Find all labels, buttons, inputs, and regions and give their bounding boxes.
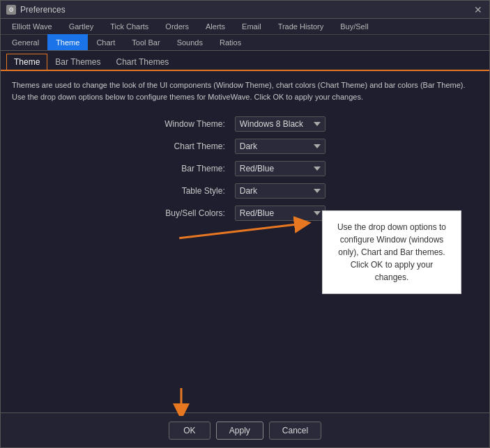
- tab-general[interactable]: General: [3, 35, 47, 50]
- subtab-chart-themes[interactable]: Chart Themes: [109, 54, 177, 70]
- tab-theme[interactable]: Theme: [47, 34, 88, 50]
- bar-theme-select[interactable]: Red/Blue Green/Red Default: [235, 161, 326, 176]
- tab-elliott-wave[interactable]: Elliott Wave: [3, 19, 61, 34]
- tab-gartley[interactable]: Gartley: [61, 19, 102, 34]
- ok-button[interactable]: OK: [169, 422, 210, 440]
- content-area: Themes are used to change the look of th…: [1, 71, 489, 412]
- preferences-window: ⚙ Preferences ✕ Elliott Wave Gartley Tic…: [0, 0, 490, 448]
- subtab-bar-themes[interactable]: Bar Themes: [47, 54, 108, 70]
- cancel-button[interactable]: Cancel: [269, 422, 321, 440]
- description-text: Themes are used to change the look of th…: [12, 79, 478, 102]
- buysell-colors-select[interactable]: Red/Blue Green/Red Default: [235, 206, 326, 221]
- tab-sounds[interactable]: Sounds: [169, 35, 211, 50]
- window-theme-label: Window Theme:: [12, 119, 229, 129]
- svg-line-2: [179, 224, 303, 238]
- title-bar: ⚙ Preferences ✕: [1, 1, 489, 19]
- theme-form: Window Theme: Windows 8 Black Default Da…: [12, 116, 478, 221]
- title-bar-left: ⚙ Preferences: [6, 5, 66, 15]
- chart-theme-select[interactable]: Dark Light Classic: [235, 139, 326, 154]
- footer: OK Apply Cancel: [1, 412, 489, 447]
- subtab-theme[interactable]: Theme: [6, 54, 47, 70]
- window-theme-select[interactable]: Windows 8 Black Default Dark Light: [235, 116, 326, 132]
- tab-email[interactable]: Email: [233, 19, 270, 34]
- tab-trade-history[interactable]: Trade History: [270, 19, 332, 34]
- sub-tabs: Theme Bar Themes Chart Themes: [1, 51, 489, 71]
- nav-row-1: Elliott Wave Gartley Tick Charts Orders …: [1, 19, 489, 35]
- apply-button[interactable]: Apply: [216, 422, 263, 440]
- buysell-colors-label: Buy/Sell Colors:: [12, 208, 229, 218]
- app-icon: ⚙: [6, 5, 16, 15]
- tab-ratios[interactable]: Ratios: [211, 35, 250, 50]
- tab-toolbar[interactable]: Tool Bar: [123, 35, 168, 50]
- close-button[interactable]: ✕: [473, 4, 484, 15]
- tooltip-box: Use the drop down options to configure W…: [322, 210, 461, 294]
- table-style-select[interactable]: Dark Light Default: [235, 183, 326, 199]
- window-title: Preferences: [20, 5, 66, 15]
- bar-theme-label: Bar Theme:: [12, 164, 229, 173]
- tab-orders[interactable]: Orders: [157, 19, 197, 34]
- tab-tick-charts[interactable]: Tick Charts: [102, 19, 157, 34]
- chart-theme-label: Chart Theme:: [12, 141, 229, 151]
- nav-row-2: General Theme Chart Tool Bar Sounds Rati…: [1, 35, 489, 51]
- tab-chart[interactable]: Chart: [88, 35, 123, 50]
- tooltip-text: Use the drop down options to configure W…: [337, 222, 446, 282]
- table-style-label: Table Style:: [12, 186, 229, 196]
- tab-buy-sell[interactable]: Buy/Sell: [332, 19, 376, 34]
- tab-alerts[interactable]: Alerts: [197, 19, 233, 34]
